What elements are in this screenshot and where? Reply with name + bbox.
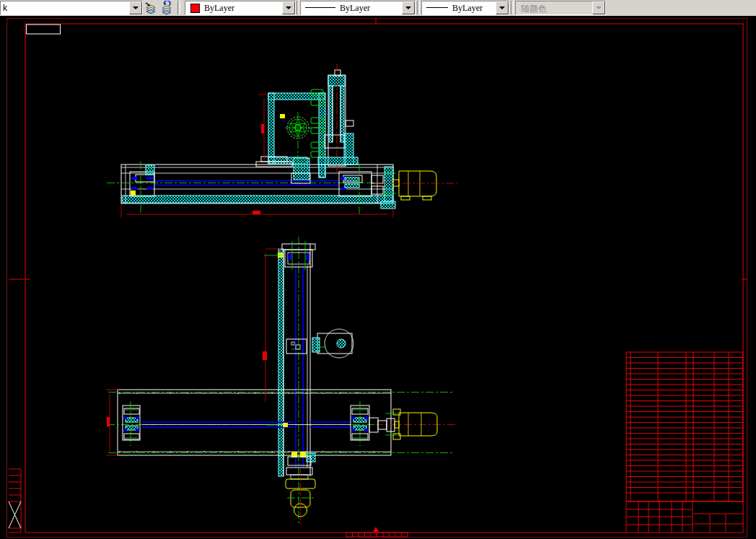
- layer-previous-icon: [159, 1, 174, 15]
- layer-previous-button[interactable]: [159, 1, 174, 15]
- front-view: [107, 63, 457, 218]
- linetype-combo-2-dropdown-arrow[interactable]: [496, 1, 509, 14]
- y-end-motor: [286, 469, 315, 527]
- color-combo-value: ByLayer: [204, 3, 234, 14]
- color-combo[interactable]: ByLayer: [185, 1, 296, 15]
- comparison-scale: [346, 533, 408, 537]
- lineweight-combo-dropdown-arrow: [592, 1, 605, 14]
- drawing-canvas[interactable]: [0, 16, 756, 539]
- technical-requirements-notes: [581, 278, 655, 305]
- toolbar-separator: [296, 1, 299, 14]
- toolbar-separator: [177, 1, 180, 14]
- y-rail-plan: [264, 237, 315, 525]
- linetype-sample: [305, 7, 335, 8]
- cross-saddle: [267, 423, 315, 479]
- linetype-combo-2-value: ByLayer: [452, 3, 483, 14]
- plan-left-bearing: [123, 401, 140, 446]
- linetype-combo-2[interactable]: ByLayer: [421, 1, 509, 15]
- layer-combo-dropdown-arrow[interactable]: [129, 1, 142, 14]
- title-block: [626, 501, 743, 533]
- layer-combo-value: k: [3, 3, 7, 13]
- object-properties-toolbar: k ByLayer: [0, 0, 756, 17]
- current-color-swatch: [190, 4, 200, 13]
- cad-application-window: k ByLayer: [0, 0, 756, 539]
- right-bearing-block: [339, 163, 395, 214]
- linetype-combo-dropdown-arrow[interactable]: [402, 1, 415, 14]
- sheet-frame: [7, 19, 748, 538]
- toolbar-separator: [511, 1, 514, 14]
- layer-combo[interactable]: k: [0, 1, 143, 15]
- y-axis-motor-plan: [312, 329, 353, 358]
- toolbar-separator: [417, 1, 420, 14]
- linetype-combo[interactable]: ByLayer: [300, 1, 416, 15]
- linetype-combo-value: ByLayer: [340, 3, 370, 14]
- carriage-bracket: [256, 93, 325, 183]
- make-object-layer-current-button[interactable]: [144, 1, 158, 15]
- plan-view: [106, 237, 457, 527]
- linetype-sample-2: [426, 7, 448, 8]
- color-combo-dropdown-arrow[interactable]: [282, 1, 295, 14]
- left-bearing-block: [130, 162, 154, 214]
- binding-margin-block: [9, 469, 21, 533]
- x-axis-motor-plan: [385, 409, 437, 439]
- make-object-layer-current-icon: [144, 1, 158, 15]
- bom-parts-list: [626, 352, 743, 501]
- lineweight-combo-value: 随颜色: [521, 3, 547, 15]
- plan-right-bearing: [351, 401, 395, 446]
- lineweight-combo: 随颜色: [515, 1, 606, 15]
